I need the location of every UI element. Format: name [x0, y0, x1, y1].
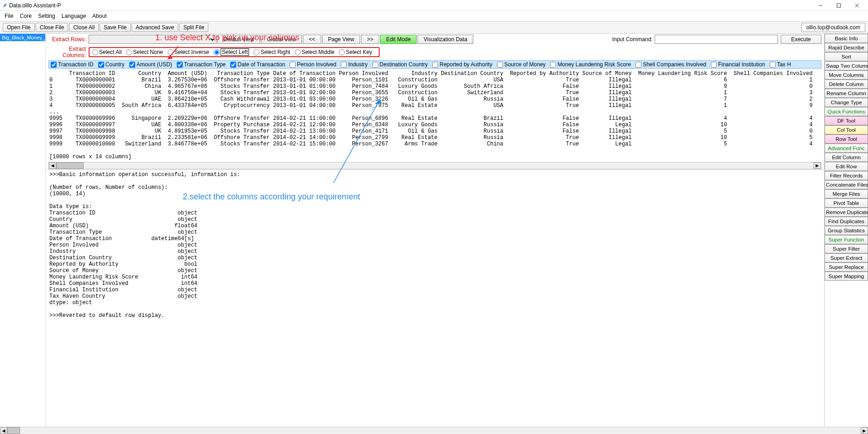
- data-view: Transaction ID Country Amount (USD) Tran…: [46, 69, 824, 434]
- column-check-8[interactable]: Reported by Authority: [432, 61, 492, 68]
- column-check-11[interactable]: Shell Companies Involved: [635, 61, 706, 68]
- input-command-label: Input Command:: [612, 36, 653, 43]
- minimize-button[interactable]: [811, 0, 830, 11]
- extract-columns-label: Extract Columns:: [48, 46, 89, 59]
- sidebar-move-columns[interactable]: Move Columns: [825, 70, 868, 80]
- info-panel: >>>Basic information operation successfu…: [46, 169, 824, 434]
- visualization-button[interactable]: Visualization Data: [418, 35, 473, 44]
- column-check-9[interactable]: Source of Money: [497, 61, 546, 68]
- account-email: olllo.top@outlook.com: [801, 23, 865, 32]
- advanced-save-button[interactable]: Advanced Save: [132, 23, 178, 32]
- sidebar-super-extract[interactable]: Super Extract: [825, 253, 868, 263]
- sidebar-merge-files[interactable]: Merge Files: [825, 189, 868, 198]
- split-file-button[interactable]: Split File: [179, 23, 208, 32]
- menu-language[interactable]: Language: [62, 13, 86, 19]
- scroll-right-icon[interactable]: ►: [814, 162, 821, 169]
- prev-page-button[interactable]: <<: [303, 35, 321, 44]
- select-middle-radio[interactable]: Select Middle: [295, 49, 334, 55]
- column-check-10[interactable]: Money Laundering Risk Score: [550, 61, 631, 68]
- sidebar-rapid-describe[interactable]: Rapid Describe: [825, 43, 868, 52]
- sidebar-rename-column[interactable]: Rename Column: [825, 89, 868, 98]
- select-key-radio[interactable]: Select Key: [339, 49, 372, 55]
- column-check-2[interactable]: Amount (USD): [129, 61, 172, 68]
- extract-rows-bar: Extract Rows: Default View Global View <…: [46, 34, 824, 45]
- column-select-radios: Select All Select None Select Inverse Se…: [89, 47, 380, 57]
- next-page-button[interactable]: >>: [361, 35, 379, 44]
- footer-scroll-right-icon[interactable]: ►: [861, 427, 868, 434]
- sidebar-quick-functions[interactable]: Quick Functions: [825, 107, 868, 116]
- extract-columns-bar: Extract Columns: Select All Select None …: [46, 45, 824, 59]
- footer-scroll-left-icon[interactable]: ◄: [0, 427, 7, 434]
- edit-mode-button[interactable]: Edit Mode: [380, 35, 417, 44]
- footer-scrollbar[interactable]: ◄ ►: [0, 427, 868, 434]
- sidebar-edit-column[interactable]: Edit Column: [825, 153, 868, 162]
- scroll-thumb[interactable]: [56, 162, 84, 169]
- default-view-button[interactable]: Default View: [217, 35, 260, 44]
- menubar: FileCoreSettingLanguageAbout: [0, 11, 868, 21]
- select-right-radio[interactable]: Select Right: [254, 49, 290, 55]
- sidebar-super-replace[interactable]: Super Replace: [825, 263, 868, 272]
- execute-button[interactable]: Execute: [781, 35, 821, 44]
- sidebar-row-tool[interactable]: Row Tool: [825, 134, 868, 144]
- close-file-button[interactable]: Close File: [36, 23, 68, 32]
- window-title: Data.olllo Assistant-P: [9, 2, 811, 9]
- extract-rows-label: Extract Rows:: [48, 36, 89, 43]
- column-check-12[interactable]: Financial Institution: [711, 61, 765, 68]
- input-command-field[interactable]: [655, 35, 778, 44]
- global-view-button[interactable]: Global View: [261, 35, 302, 44]
- sidebar-swap-two-columns[interactable]: Swap Two Columns: [825, 61, 868, 70]
- menu-about[interactable]: About: [92, 13, 106, 19]
- scroll-left-icon[interactable]: ◄: [49, 162, 56, 169]
- column-check-13[interactable]: Tax H: [770, 61, 791, 68]
- save-file-button[interactable]: Save File: [100, 23, 131, 32]
- select-inverse-radio[interactable]: Select Inverse: [168, 49, 209, 55]
- footer-scroll-thumb[interactable]: [7, 427, 20, 434]
- file-tabs-panel: Big_Black_Money_Data: [0, 34, 46, 434]
- sidebar-sort[interactable]: Sort: [825, 52, 868, 61]
- sidebar-pivot-table[interactable]: Pivot Table: [825, 198, 868, 208]
- extract-rows-dropdown[interactable]: [89, 35, 217, 44]
- sidebar-super-mapping[interactable]: Super Mapping: [825, 272, 868, 281]
- sidebar-advanced-func[interactable]: Advanced Func: [825, 144, 868, 153]
- column-check-1[interactable]: Country: [98, 61, 125, 68]
- menu-core[interactable]: Core: [20, 13, 32, 19]
- column-check-3[interactable]: Transaction Type: [177, 61, 226, 68]
- right-sidebar: Basic InfoRapid DescribeSortSwap Two Col…: [824, 34, 868, 434]
- select-none-radio[interactable]: Select None: [126, 49, 163, 55]
- sidebar-delete-column[interactable]: Delete Column: [825, 80, 868, 89]
- open-file-button[interactable]: Open File: [3, 23, 35, 32]
- sidebar-change-type[interactable]: Change Type: [825, 98, 868, 107]
- menu-file[interactable]: File: [5, 13, 13, 19]
- main-panel: Extract Rows: Default View Global View <…: [46, 34, 824, 434]
- column-checkboxes: Transaction IDCountryAmount (USD)Transac…: [48, 60, 821, 69]
- sidebar-super-filter[interactable]: Super Filter: [825, 244, 868, 253]
- titlebar: Data.olllo Assistant-P: [0, 0, 868, 11]
- app-icon: [2, 2, 7, 9]
- column-check-0[interactable]: Transaction ID: [51, 61, 94, 68]
- column-check-7[interactable]: Destination Country: [372, 61, 428, 68]
- horizontal-scrollbar[interactable]: ◄ ►: [48, 162, 821, 169]
- page-view-button[interactable]: Page View: [322, 35, 360, 44]
- close-all-button[interactable]: Close All: [69, 23, 99, 32]
- sidebar-df-tool[interactable]: DF Tool: [825, 116, 868, 125]
- maximize-button[interactable]: [830, 0, 848, 11]
- sidebar-find-duplicates[interactable]: Find Duplicates: [825, 217, 868, 226]
- sidebar-col-tool[interactable]: Col Tool: [825, 125, 868, 134]
- sidebar-edit-row[interactable]: Edit Row: [825, 162, 868, 171]
- close-button[interactable]: [848, 0, 866, 11]
- sidebar-filter-records[interactable]: Filter Records: [825, 171, 868, 180]
- column-check-4[interactable]: Date of Transaction: [230, 61, 285, 68]
- sidebar-group-statistics[interactable]: Group Statistics: [825, 226, 868, 235]
- select-left-radio[interactable]: Select Left: [214, 48, 249, 56]
- sidebar-basic-info[interactable]: Basic Info: [825, 34, 868, 43]
- menu-setting[interactable]: Setting: [38, 13, 55, 19]
- sidebar-remove-duplicates[interactable]: Remove Duplicates: [825, 208, 868, 217]
- svg-rect-1: [837, 4, 841, 7]
- column-check-5[interactable]: Person Involved: [290, 61, 336, 68]
- file-toolbar: Open File Close File Close All Save File…: [0, 21, 868, 34]
- sidebar-concatenate-files[interactable]: Concatenate Files: [825, 180, 868, 189]
- select-all-radio[interactable]: Select All: [92, 49, 122, 55]
- column-check-6[interactable]: Industry: [341, 61, 368, 68]
- sidebar-super-function[interactable]: Super Function: [825, 235, 868, 244]
- file-tab[interactable]: Big_Black_Money_Data: [0, 34, 45, 41]
